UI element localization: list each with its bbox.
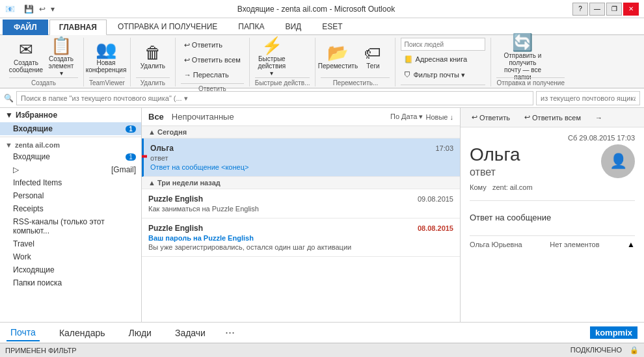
email-item-puzzle-1[interactable]: Puzzle English 09.08.2015 Как заниматься… [142,189,460,218]
status-bar: ПРИМЕНЕН ФИЛЬТР ПОДКЛЮЧЕНО 🔒 [0,343,644,357]
delete-button[interactable]: 🗑 Удалить [136,38,170,76]
email-sender-1: Ольга [150,144,174,153]
gmail-label: [Gmail] [111,165,136,174]
content-area: Все Непрочитанные По Дата ▾ Новые ↓ ▲ Се… [142,108,644,322]
filter-label: Фильтр почты ▾ [413,71,465,79]
reading-forward-button[interactable]: → [591,112,607,124]
ribbon-group-find-label [401,85,485,86]
tab-all[interactable]: Все [148,111,164,123]
move-button[interactable]: 📂 Переместить [321,38,355,76]
outbox-label: Исходящие [13,265,55,274]
search-folder-icon: 🔍 [4,94,14,103]
receipts-label: Receipts [13,204,44,213]
expand-icon[interactable]: ▲ [627,240,635,249]
new-conference-button[interactable]: 👥 Новаяконференция [89,38,123,76]
tab-eset[interactable]: ESET [312,19,352,34]
new-item-label: Создатьэлемент ▾ [46,55,76,77]
section-three-weeks: ▲ Три недели назад [142,177,460,189]
nav-people[interactable]: Люди [125,325,155,341]
ribbon: ✉ Создатьсообщение 📋 Создатьэлемент ▾ Со… [0,35,644,88]
sidebar-item-gmail[interactable]: ▷ [Gmail] [0,163,141,176]
reading-sender: Ольга [470,144,595,165]
tab-send-receive[interactable]: ОТПРАВКА И ПОЛУЧЕНИЕ [108,19,227,34]
tab-view[interactable]: ВИД [275,19,311,34]
quick-steps-button[interactable]: ⚡ Быстрыедействия ▾ [255,38,289,76]
reading-subject: ответ [470,166,595,178]
qa-undo[interactable]: ↩ [38,3,47,15]
tab-folder[interactable]: ПАПКА [228,19,274,34]
ribbon-group-respond: ↩ Ответить ↩ Ответить всем → Переслать О… [176,38,250,86]
tab-unread[interactable]: Непрочитанные [172,111,234,123]
sidebar-item-rss[interactable]: RSS-каналы (только этот компьют... [0,215,141,237]
nav-more[interactable]: ··· [225,326,235,339]
email-subject-2: Как заниматься на Puzzle English [148,205,453,213]
email-time-3: 08.08.2015 [418,224,453,232]
to-label: Кому [470,183,487,191]
close-button[interactable]: ✕ [623,3,639,16]
new-message-button[interactable]: ✉ Создатьсообщение [9,38,43,76]
ribbon-group-new-label: Создать [9,77,78,86]
send-receive-all-button[interactable]: 🔄 Отправить и получитьпочту — все папки [496,38,548,76]
address-book-label: Адресная книга [415,55,467,63]
sidebar-item-receipts[interactable]: Receipts [0,202,141,215]
nav-calendar[interactable]: Календарь [55,325,109,341]
email-item-olga[interactable]: Ольга 17:03 ответ Ответ на сообщение <ко… [142,139,460,177]
sort-label[interactable]: По Дата ▾ [390,112,423,121]
nav-tasks[interactable]: Задачи [171,325,209,341]
address-book-button[interactable]: 📒 Адресная книга [401,52,470,66]
title-bar-left: 📧 💾 ↩ ▾ [5,3,60,15]
sidebar-item-inbox-favorite[interactable]: Входящие 1 [0,122,141,135]
nav-mail[interactable]: Почта [7,324,40,341]
sidebar-item-personal[interactable]: Personal [0,189,141,202]
reply-button[interactable]: ↩ Ответить [181,38,244,52]
quick-steps-icon: ⚡ [262,37,282,54]
sidebar-item-infected[interactable]: Infected Items [0,176,141,189]
personal-label: Personal [13,191,44,200]
help-button[interactable]: ? [572,3,588,16]
restore-button[interactable]: ❐ [606,3,622,16]
reply-all-button[interactable]: ↩ Ответить всем [181,53,244,67]
ribbon-group-delete: 🗑 Удалить Удалить [131,38,176,86]
ribbon-quicksteps-items: ⚡ Быстрыедействия ▾ [255,38,289,76]
quick-access-toolbar: 💾 ↩ ▾ [19,3,60,15]
sidebar-item-work[interactable]: Work [0,250,141,263]
rss-label: RSS-каналы (только этот компьют... [13,217,136,235]
reading-reply-button[interactable]: ↩ Ответить [467,111,515,124]
favorites-label: Избранное [16,111,57,120]
sidebar-item-search-folders[interactable]: Папки поиска [0,276,141,289]
reply-all-label: Ответить всем [192,56,241,64]
tags-label: Теги [366,62,379,70]
forward-button[interactable]: → Переслать [181,68,244,82]
tab-main[interactable]: ГЛАВНАЯ [49,20,107,35]
qa-save[interactable]: 💾 [23,3,35,15]
sidebar-item-outbox[interactable]: Исходящие [0,263,141,276]
reading-reply-label: Ответить [479,114,510,122]
account-name: zenta ail.com [15,141,60,149]
minimize-button[interactable]: — [589,3,605,16]
filter-mail-button[interactable]: ⛉ Фильтр почты ▾ [401,68,468,82]
new-item-button[interactable]: 📋 Создатьэлемент ▾ [44,38,78,76]
delete-icon: 🗑 [144,44,161,61]
reading-body-header: Ответ на сообщение [470,213,635,222]
inbox-badge: 1 [126,153,136,161]
sidebar-item-travel[interactable]: Travel [0,237,141,250]
email-date: Сб 29.08.2015 17:03 [470,134,635,142]
search-scope-input[interactable] [536,91,640,105]
red-arrow [142,144,147,172]
sort-order[interactable]: Новые ↓ [426,113,454,121]
tab-file[interactable]: ФАЙЛ [3,20,48,35]
sidebar-item-inbox[interactable]: Входящие 1 [0,150,141,163]
email-row-top: Ольга 17:03 [150,144,453,153]
search-input[interactable] [16,91,533,105]
reading-reply-all-button[interactable]: ↩ Ответить всем [520,111,585,124]
new-message-icon: ✉ [19,41,33,58]
qa-dropdown[interactable]: ▾ [49,3,56,15]
tags-button[interactable]: 🏷 Теги [356,38,390,76]
find-people-input[interactable] [401,38,485,51]
svg-marker-0 [142,145,147,168]
inbox-label: Входящие [13,152,50,161]
no-items: Нет элементов [550,241,599,248]
email-footer: Ольга Юрьевна Нет элементов ▲ [470,235,635,249]
gmail-arrow: ▷ [13,165,19,174]
email-item-puzzle-2[interactable]: Puzzle English 08.08.2015 Ваш пароль на … [142,218,460,257]
